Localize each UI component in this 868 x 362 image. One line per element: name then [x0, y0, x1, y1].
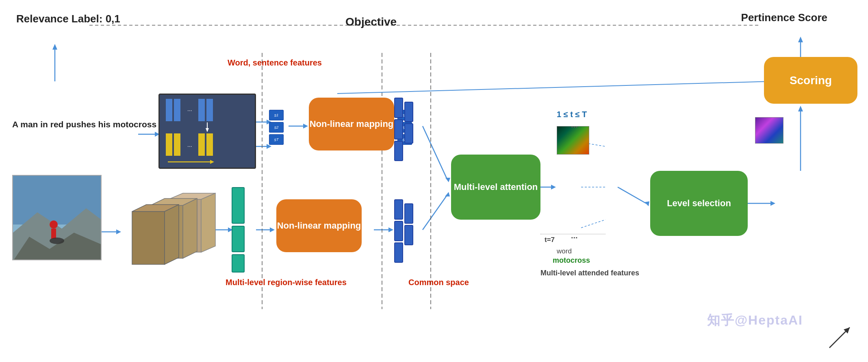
svg-marker-2 [52, 44, 57, 50]
scoring-thumbnails: ... ... [755, 126, 770, 135]
diag-arrow [827, 325, 852, 350]
svg-marker-12 [303, 124, 308, 129]
word-label: word [557, 247, 572, 255]
multi-level-attended-label: Multi-level attended features [540, 268, 639, 278]
svg-marker-72 [165, 205, 179, 264]
dots-above-attn: ... [571, 120, 578, 130]
svg-marker-22 [445, 178, 450, 182]
svg-marker-20 [388, 227, 393, 232]
svg-marker-56 [206, 128, 209, 132]
svg-point-49 [50, 238, 64, 244]
svg-marker-66 [201, 193, 215, 252]
svg-line-42 [581, 220, 605, 228]
svg-text:...: ... [187, 142, 192, 148]
blue-blocks-bottom [394, 199, 413, 263]
svg-marker-33 [770, 201, 775, 206]
svg-rect-57 [166, 133, 172, 156]
svg-marker-69 [183, 198, 197, 258]
watermark: 知乎@HeptaAI [707, 312, 803, 329]
score-thumb-1 [755, 117, 783, 144]
pertinence-score-label: Pertinence Score [741, 11, 827, 24]
svg-rect-61 [206, 133, 213, 156]
attn-map-3 [557, 126, 589, 155]
svg-rect-70 [132, 212, 165, 264]
s-block-1: s1 [269, 110, 284, 120]
t-eq7-line [540, 234, 605, 234]
svg-line-23 [423, 195, 447, 230]
svg-rect-50 [166, 99, 172, 121]
t-range-label: 1 ≤ t ≤ T [557, 110, 587, 119]
scoring-box: Scoring [764, 57, 857, 104]
svg-rect-51 [174, 99, 180, 121]
s-block-T: sT [269, 134, 284, 145]
svg-line-38 [337, 81, 772, 94]
cnn-blocks [120, 191, 217, 273]
svg-rect-58 [174, 133, 180, 156]
multi-level-region-label: Multi-level region-wise features [226, 277, 347, 288]
svg-text:...: ... [187, 106, 192, 112]
svg-marker-37 [798, 37, 803, 42]
non-linear-mapping-bottom: Non-linear mapping [276, 199, 362, 252]
svg-marker-63 [210, 160, 214, 164]
svg-line-30 [618, 187, 646, 203]
multi-level-attention-box: Multi-level attention [451, 155, 540, 220]
svg-rect-48 [51, 229, 56, 239]
svg-point-47 [50, 220, 58, 229]
relevance-label: Relevance Label: 0,1 [16, 11, 120, 26]
non-linear-mapping-top: Non-linear mapping [309, 98, 394, 150]
level-selection-box: Level selection [650, 171, 748, 236]
motocross-label: motocross [553, 256, 590, 265]
blue-blocks-top [394, 98, 413, 161]
dots-below-attn: ... [571, 231, 578, 240]
objective-label: Objective [345, 15, 397, 28]
svg-line-21 [423, 126, 447, 179]
teal-blocks [232, 187, 245, 273]
svg-rect-60 [198, 133, 205, 156]
encoder-box: ... ... [158, 94, 256, 169]
svg-marker-31 [644, 201, 649, 206]
s-block-2: s2 [269, 122, 284, 133]
diagram-container: Relevance Label: 0,1 Objective Pertinenc… [0, 0, 868, 362]
svg-marker-24 [445, 192, 450, 196]
s-blocks-top: s1 s2 sT [269, 110, 284, 145]
svg-marker-16 [270, 227, 275, 232]
svg-rect-54 [206, 99, 213, 121]
common-space-label: Common space [408, 277, 469, 288]
t-eq7-label: t=7 [545, 236, 555, 244]
input-image [12, 175, 102, 260]
svg-rect-53 [198, 99, 205, 121]
svg-marker-35 [798, 106, 803, 111]
word-sentence-features-label: Word, sentence features [228, 57, 322, 68]
svg-marker-29 [551, 185, 556, 190]
